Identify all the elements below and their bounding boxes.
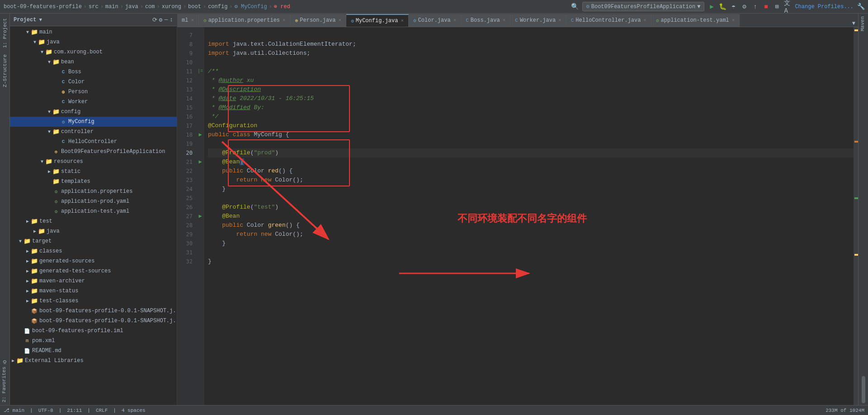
tab-boss-label: Boss.java	[471, 17, 500, 24]
settings-icon[interactable]: ⚙	[741, 3, 748, 10]
tab-boss[interactable]: C Boss.java ×	[461, 14, 510, 27]
class-icon: C	[60, 138, 67, 145]
tree-item-boss[interactable]: C Boss	[10, 67, 177, 77]
tree-item-test[interactable]: ▶ 📁 test	[10, 216, 177, 226]
tree-item-maven-status[interactable]: ▶ 📁 maven-status	[10, 286, 177, 296]
sync-icon[interactable]: ⟳	[152, 16, 157, 24]
tabs-overflow[interactable]: ▼	[849, 20, 858, 27]
tree-item-gen-test-sources[interactable]: ▶ 📁 generated-test-sources	[10, 266, 177, 276]
tab-myconfig-label: MyConfig.java	[356, 18, 398, 24]
tab-worker-close[interactable]: ×	[558, 18, 561, 23]
top-bar: boot-09-features-profile › src › main › …	[0, 0, 868, 14]
tree-item-jar2[interactable]: 📦 boot-09-features-profile-0.0.1-SNAPSHO…	[10, 316, 177, 326]
scroll-marker-yellow	[854, 254, 858, 256]
sidebar-tab-structure[interactable]: Z-Structure	[1, 52, 9, 90]
folder-icon: 📁	[16, 357, 24, 364]
tree-item-config[interactable]: ▼ 📁 config	[10, 107, 177, 117]
tabs-bar: ml × ⚙ application.properties × ⊕ Person…	[177, 14, 858, 27]
tree-item-appprod[interactable]: ⚙ application-prod.yaml	[10, 196, 177, 206]
tab-ml-label: ml	[182, 17, 188, 24]
panel-dropdown-icon[interactable]: ▼	[39, 17, 42, 23]
tree-item-pom[interactable]: m pom.xml	[10, 336, 177, 346]
tree-item-test-java[interactable]: ▶ 📁 java	[10, 226, 177, 236]
bottom-branch[interactable]: ⎇ main	[4, 407, 24, 413]
tree-item-controller[interactable]: ▼ 📁 controller	[10, 127, 177, 137]
tree-item-worker[interactable]: C Worker	[10, 97, 177, 107]
favorites-tab[interactable]: 2: Favorites	[0, 364, 8, 405]
tree-item-java[interactable]: ▼ 📁 java	[10, 37, 177, 47]
stop-icon[interactable]: ■	[762, 3, 769, 10]
coverage-icon[interactable]: ☂	[730, 3, 737, 10]
search-icon[interactable]: 🔍	[571, 3, 579, 10]
code-content[interactable]: import java.text.CollationElementIterato…	[204, 27, 854, 405]
tree-item-static[interactable]: ▶ 📁 static	[10, 167, 177, 176]
tree-item-apptest[interactable]: ⚙ application-test.yaml	[10, 206, 177, 216]
tree-item-external-libs[interactable]: ▶ 📁 External Libraries	[10, 356, 177, 366]
update-icon[interactable]: ↑	[751, 3, 759, 10]
scroll-hint[interactable]	[854, 27, 858, 405]
code-line-29: return new Color();	[208, 230, 854, 239]
tree-item-hellocontroller[interactable]: C HelloController	[10, 137, 177, 147]
tree-item-templates[interactable]: 📁 templates	[10, 176, 177, 186]
tab-hellocontroller[interactable]: C HelloController.java ×	[566, 14, 651, 27]
bottom-line-col: 21:11	[67, 408, 82, 413]
tree-item-classes[interactable]: ▶ 📁 classes	[10, 246, 177, 256]
tab-ml[interactable]: ml ×	[177, 14, 199, 27]
tab-person-close[interactable]: ×	[339, 18, 342, 23]
tree-item-person[interactable]: ⊕ Person	[10, 87, 177, 97]
window-icon[interactable]: ⊞	[773, 3, 780, 10]
right-scrollbar[interactable]	[862, 376, 865, 403]
expand-icon[interactable]: ↕	[170, 16, 173, 24]
tree-item-myconfig[interactable]: ⚙ MyConfig	[10, 117, 177, 127]
bc-myconfig: ⚙ MyConfig	[235, 3, 267, 10]
tab-apptest-close[interactable]: ×	[732, 18, 735, 23]
sidebar-tab-project[interactable]: 1: Project	[1, 15, 9, 51]
maven-tab[interactable]: Maven	[859, 14, 868, 34]
tab-appprops-close[interactable]: ×	[283, 18, 286, 23]
tree-item-resources[interactable]: ▼ 📁 resources	[10, 157, 177, 167]
tree-item-test-classes[interactable]: ▶ 📁 test-classes	[10, 296, 177, 306]
gear-icon[interactable]: ⚙	[159, 16, 163, 24]
tab-appprops[interactable]: ⚙ application.properties ×	[199, 14, 291, 27]
debug-icon[interactable]: 🐛	[719, 3, 726, 10]
tree-item-gen-sources[interactable]: ▶ 📁 generated-sources	[10, 256, 177, 266]
tree-item-target[interactable]: ▼ 📁 target	[10, 236, 177, 246]
tab-ml-close[interactable]: ×	[191, 18, 194, 23]
tree-item-readme[interactable]: 📄 README.md	[10, 346, 177, 356]
tree-item-iml[interactable]: 📄 boot-09-features-profile.iml	[10, 326, 177, 336]
tab-worker[interactable]: C Worker.java ×	[510, 14, 566, 27]
profile-icon: ⚙	[586, 3, 590, 10]
tab-color-close[interactable]: ×	[453, 18, 457, 23]
tree-item-jar1[interactable]: 📦 boot-09-features-profile-0.0.1-SNAPSHO…	[10, 306, 177, 316]
tree-item-appprops[interactable]: ⚙ application.properties	[10, 186, 177, 196]
tab-person[interactable]: ⊕ Person.java ×	[291, 14, 346, 27]
profile-dropdown[interactable]: ⚙ Boot09FeaturesProfileApplication ▼	[582, 2, 705, 11]
tab-boss-close[interactable]: ×	[503, 18, 506, 23]
tab-myconfig-close[interactable]: ×	[401, 18, 404, 24]
tree-item-app[interactable]: ⊕ Boot09FeaturesProfileApplication	[10, 147, 177, 157]
tab-apptest[interactable]: ⚙ application-test.yaml ×	[651, 14, 740, 27]
tree-item-main[interactable]: ▼ 📁 main	[10, 27, 177, 37]
myconfig-icon: ⚙	[60, 118, 67, 125]
tree-item-maven-archiver[interactable]: ▶ 📁 maven-archiver	[10, 276, 177, 286]
tree-item-bean[interactable]: ▼ 📁 bean	[10, 57, 177, 67]
annotation-label: 不同环境装配不同名字的组件	[458, 215, 587, 224]
tab-hellocontroller-close[interactable]: ×	[643, 18, 646, 23]
run-icon[interactable]: ▶	[708, 3, 715, 10]
bottom-encoding[interactable]: UTF-8	[38, 408, 53, 413]
tree-item-color[interactable]: C Color	[10, 77, 177, 87]
app-icon: ⊕	[52, 148, 60, 155]
settings2-icon[interactable]: 🔧	[857, 3, 864, 10]
lang-icon[interactable]: 文A	[784, 3, 791, 10]
bottom-indent[interactable]: 4 spaces	[122, 408, 146, 413]
folder-icon: 📁	[52, 128, 60, 135]
tab-worker-label: Worker.java	[520, 17, 556, 24]
bottom-crlf[interactable]: CRLF	[96, 408, 108, 413]
tree-item-com-xurong-boot[interactable]: ▼ 📁 com.xurong.boot	[10, 47, 177, 57]
collapse-icon[interactable]: —	[164, 16, 168, 24]
chevron-down-icon: ▼	[697, 4, 700, 10]
code-editor[interactable]: 7 8 9 10 11 12 13 14 15 16 17 18 19 20 2…	[177, 27, 858, 405]
tab-myconfig[interactable]: ⚙ MyConfig.java ×	[346, 14, 409, 27]
tab-color[interactable]: ⚙ Color.java ×	[409, 14, 461, 27]
change-profiles-link[interactable]: Change Profiles...	[795, 4, 854, 10]
